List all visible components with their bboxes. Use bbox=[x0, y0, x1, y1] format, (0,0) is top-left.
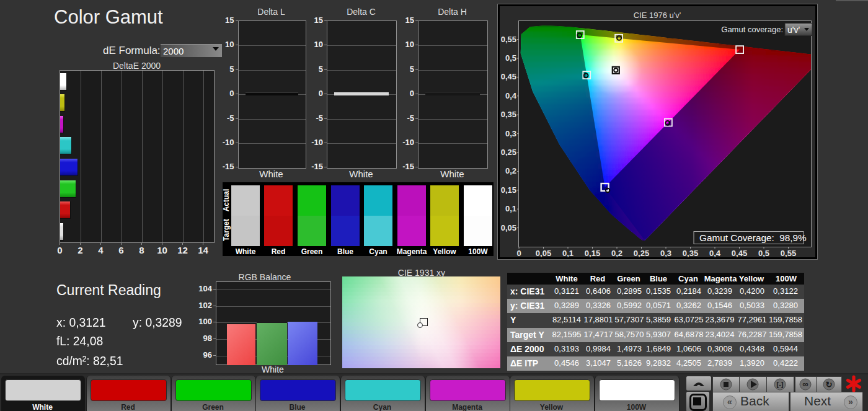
svg-text:CIE 1976 u'v': CIE 1976 u'v' bbox=[634, 11, 681, 20]
svg-text:0,05: 0,05 bbox=[536, 249, 551, 258]
svg-text:u'v': u'v' bbox=[787, 25, 800, 35]
svg-text:0,45: 0,45 bbox=[501, 72, 516, 81]
svg-text:0,35: 0,35 bbox=[683, 249, 698, 258]
svg-text:0,2: 0,2 bbox=[505, 166, 516, 175]
svg-text:∞: ∞ bbox=[802, 379, 808, 389]
svg-text:Gamut coverage:: Gamut coverage: bbox=[721, 25, 783, 34]
svg-text:0,4: 0,4 bbox=[709, 249, 721, 258]
svg-text:0,5: 0,5 bbox=[758, 249, 769, 258]
svg-text:0: 0 bbox=[516, 249, 521, 258]
svg-text:0,05: 0,05 bbox=[501, 223, 516, 232]
svg-text:Gamut Coverage: 98,9%: Gamut Coverage: 98,9% bbox=[699, 232, 807, 243]
svg-text:0,25: 0,25 bbox=[634, 249, 649, 258]
svg-text:0,15: 0,15 bbox=[585, 249, 600, 258]
svg-text:0,35: 0,35 bbox=[501, 110, 516, 119]
svg-text:0,15: 0,15 bbox=[501, 185, 516, 195]
svg-text:0,45: 0,45 bbox=[732, 249, 747, 258]
svg-text:0,55: 0,55 bbox=[501, 35, 516, 44]
svg-text:0,55: 0,55 bbox=[781, 249, 796, 258]
svg-text:0,25: 0,25 bbox=[501, 148, 516, 157]
svg-text:0,2: 0,2 bbox=[611, 249, 622, 258]
svg-text:[-]: [-] bbox=[777, 381, 784, 388]
svg-text:0,4: 0,4 bbox=[505, 91, 517, 100]
svg-text:0,1: 0,1 bbox=[505, 204, 516, 213]
svg-text:0,1: 0,1 bbox=[562, 249, 574, 258]
svg-text:0,3: 0,3 bbox=[660, 249, 671, 258]
svg-text:0,5: 0,5 bbox=[505, 53, 516, 63]
svg-text:0,3: 0,3 bbox=[505, 129, 516, 138]
svg-text:↻: ↻ bbox=[826, 380, 833, 389]
